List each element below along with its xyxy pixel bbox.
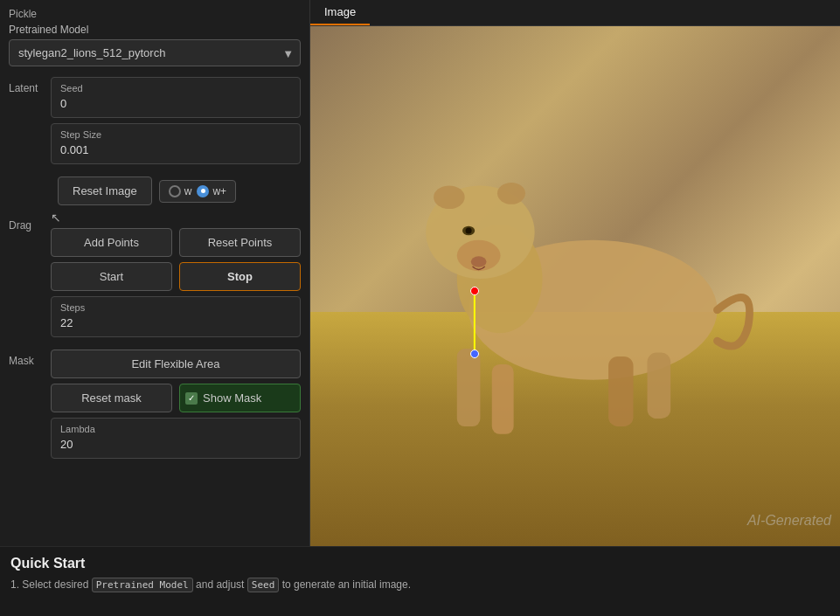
show-mask-button[interactable]: ✓ Show Mask (179, 384, 301, 412)
left-panel: Pickle Pretrained Model stylegan2_lions_… (0, 0, 310, 546)
step1-middle: and adjust (196, 578, 244, 591)
stop-button[interactable]: Stop (179, 262, 301, 291)
image-tab[interactable]: Image (310, 0, 370, 25)
radio-w-label: w (184, 185, 192, 197)
reset-mask-button[interactable]: Reset mask (51, 384, 172, 412)
lambda-field-group: Lambda (51, 418, 301, 459)
top-section: Pickle Pretrained Model stylegan2_lions_… (0, 0, 840, 546)
steps-label: Steps (60, 302, 291, 313)
step1-suffix: to generate an initial image. (282, 578, 411, 591)
seed-field-group: Seed (51, 77, 301, 118)
mask-buttons-row: Reset mask ✓ Show Mask (51, 384, 301, 412)
lambda-input[interactable] (60, 438, 291, 451)
add-points-button[interactable]: Add Points (51, 228, 172, 257)
pretrained-model-select-wrapper: stylegan2_lions_512_pytorchstylegan2_ffh… (9, 39, 301, 66)
seed-input[interactable] (60, 97, 291, 110)
image-tab-bar: Image (310, 0, 840, 26)
step1-prefix: 1. Select desired (10, 578, 88, 591)
drag-line-svg (310, 26, 840, 546)
mask-content: Edit Flexible Area Reset mask ✓ Show Mas… (51, 350, 301, 464)
bottom-section: Quick Start 1. Select desired Pretrained… (0, 546, 840, 616)
lambda-label: Lambda (60, 424, 291, 434)
radio-wplus-dot (197, 185, 209, 197)
latent-label: Latent (9, 77, 51, 94)
lion-background: AI-Generated (310, 26, 840, 546)
radio-wplus-label: w+ (212, 185, 226, 197)
mask-label: Mask (9, 350, 51, 367)
drag-label: Drag (9, 211, 51, 232)
reset-points-button[interactable]: Reset Points (179, 228, 301, 257)
pickle-label: Pickle (9, 8, 37, 20)
image-area: AI-Generated (310, 26, 840, 546)
drag-buttons-row: Add Points Reset Points (51, 228, 301, 257)
step-size-field-group: Step Size (51, 123, 301, 164)
drag-point-red[interactable] (470, 287, 479, 295)
latent-content: Seed Step Size (51, 77, 301, 170)
quick-start-title: Quick Start (10, 556, 830, 571)
radio-w-dot (169, 185, 181, 197)
pretrained-model-label: Pretrained Model (9, 24, 301, 36)
radio-group: w w+ (159, 180, 236, 203)
start-stop-row: Start Stop (51, 262, 301, 291)
radio-wplus-option[interactable]: w+ (197, 185, 226, 197)
latent-section: Latent Seed Step Size (9, 77, 301, 170)
mask-section: Mask Edit Flexible Area Reset mask ✓ Sho… (9, 350, 301, 464)
reset-image-row: Reset Image w w+ (9, 176, 301, 205)
start-button[interactable]: Start (51, 262, 172, 291)
quick-start-text: 1. Select desired Pretrained Model and a… (10, 577, 830, 593)
right-panel: Image (310, 0, 840, 546)
steps-input[interactable] (60, 316, 291, 329)
step1-code: Pretrained Model (92, 578, 193, 592)
edit-flexible-area-button[interactable]: Edit Flexible Area (51, 350, 301, 378)
radio-w-option[interactable]: w (169, 185, 192, 197)
show-mask-label: Show Mask (203, 391, 261, 405)
step-size-input[interactable] (60, 143, 291, 156)
drag-section: Drag ↖ Add Points Reset Points Start Sto… (9, 211, 301, 343)
drag-content: ↖ Add Points Reset Points Start Stop Ste… (51, 211, 301, 343)
edit-area-row: Edit Flexible Area (51, 350, 301, 378)
seed-label: Seed (60, 83, 291, 93)
step-size-label: Step Size (60, 129, 291, 140)
drag-point-blue[interactable] (470, 350, 479, 358)
show-mask-checkbox-icon: ✓ (185, 392, 198, 405)
main-layout: Pickle Pretrained Model stylegan2_lions_… (0, 0, 840, 616)
pretrained-model-select[interactable]: stylegan2_lions_512_pytorchstylegan2_ffh… (9, 39, 301, 66)
steps-field-group: Steps (51, 296, 301, 337)
reset-image-button[interactable]: Reset Image (58, 176, 152, 205)
step1-seed-code: Seed (247, 578, 280, 592)
cursor-icon: ↖ (51, 211, 61, 225)
